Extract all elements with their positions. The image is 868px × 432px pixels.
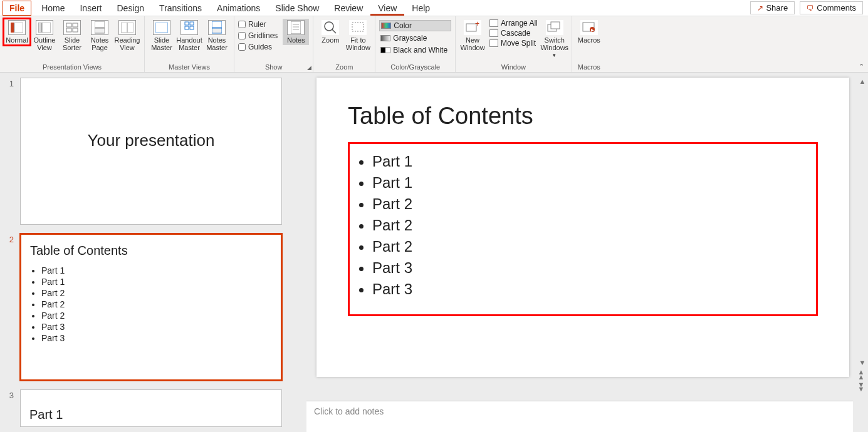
show-dialog-launcher[interactable]: ◢ bbox=[307, 64, 311, 71]
slide-thumbnail-3[interactable]: Part 1 bbox=[20, 389, 282, 427]
svg-rect-8 bbox=[95, 21, 105, 28]
list-item[interactable]: Part 2 bbox=[372, 217, 807, 234]
new-window-button[interactable]: +New Window bbox=[459, 19, 486, 53]
zoom-button[interactable]: Zoom bbox=[317, 19, 343, 45]
notes-master-icon bbox=[208, 20, 226, 35]
current-slide[interactable]: Table of Contents Part 1 Part 1 Part 2 P… bbox=[316, 78, 849, 377]
arrange-icon bbox=[489, 19, 498, 27]
slide-thumbnail-1[interactable]: Your presentation bbox=[20, 78, 282, 225]
next-slide-button[interactable]: ▼▼ bbox=[858, 383, 867, 392]
fit-to-window-button[interactable]: Fit to Window bbox=[345, 19, 371, 53]
list-item[interactable]: Part 1 bbox=[372, 153, 807, 170]
normal-icon bbox=[8, 20, 26, 35]
group-label: Color/Grayscale bbox=[375, 63, 455, 71]
reading-icon bbox=[118, 20, 136, 35]
tab-help[interactable]: Help bbox=[404, 1, 437, 16]
tab-design[interactable]: Design bbox=[110, 1, 152, 16]
fit-icon bbox=[349, 20, 367, 35]
svg-rect-0 bbox=[11, 23, 14, 33]
list-item: Part 2 bbox=[41, 311, 272, 321]
tab-slideshow[interactable]: Slide Show bbox=[268, 1, 327, 16]
grayscale-swatch-icon bbox=[380, 35, 390, 41]
content-placeholder[interactable]: Part 1 Part 1 Part 2 Part 2 Part 2 Part … bbox=[348, 142, 818, 316]
guides-checkbox[interactable]: Guides bbox=[238, 43, 278, 51]
notes-page-button[interactable]: Notes Page bbox=[86, 19, 113, 53]
list-item[interactable]: Part 3 bbox=[372, 259, 807, 277]
group-label: Master Views bbox=[145, 63, 234, 71]
slide-master-button[interactable]: Slide Master bbox=[149, 19, 175, 53]
chevron-down-icon: ▾ bbox=[553, 53, 556, 59]
tab-view[interactable]: View bbox=[370, 1, 404, 16]
svg-rect-2 bbox=[38, 23, 41, 33]
comments-button[interactable]: 🗨Comments bbox=[800, 1, 863, 14]
tab-file[interactable]: File bbox=[3, 1, 31, 16]
svg-rect-25 bbox=[352, 23, 363, 31]
slide-thumbnails-panel[interactable]: 1 Your presentation 2 Table of Contents … bbox=[0, 73, 298, 432]
bw-swatch-icon bbox=[380, 47, 390, 53]
list-item[interactable]: Part 2 bbox=[372, 238, 807, 255]
main-area: 1 Your presentation 2 Table of Contents … bbox=[0, 73, 868, 432]
bullets-list: Part 1 Part 1 Part 2 Part 2 Part 2 Part … bbox=[358, 153, 807, 298]
list-item: Part 1 bbox=[41, 265, 272, 275]
ribbon: Normal Outline View Slide Sorter Notes P… bbox=[0, 16, 868, 73]
switch-windows-icon bbox=[546, 20, 563, 35]
gridlines-checkbox[interactable]: Gridlines bbox=[238, 31, 278, 40]
svg-rect-17 bbox=[212, 21, 222, 28]
slide2-bullets: Part 1 Part 1 Part 2 Part 2 Part 2 Part … bbox=[30, 265, 272, 343]
move-split-button[interactable]: Move Split bbox=[487, 39, 540, 48]
list-item[interactable]: Part 3 bbox=[372, 280, 807, 298]
svg-rect-4 bbox=[66, 23, 71, 27]
black-white-button[interactable]: Black and White bbox=[379, 45, 451, 55]
group-macros: ▶Macros Macros bbox=[572, 16, 606, 72]
grayscale-button[interactable]: Grayscale bbox=[379, 33, 451, 43]
notes-master-button[interactable]: Notes Master bbox=[204, 19, 230, 53]
move-split-icon bbox=[489, 39, 498, 47]
slide-canvas[interactable]: Table of Contents Part 1 Part 1 Part 2 P… bbox=[298, 73, 868, 396]
slide-scrollbar[interactable]: ▲ ▼ ▲▲ ▼▼ bbox=[857, 76, 868, 392]
svg-rect-5 bbox=[73, 23, 78, 27]
slide-title[interactable]: Table of Contents bbox=[348, 103, 818, 130]
ribbon-tabs: File Home Insert Design Transitions Anim… bbox=[0, 0, 868, 16]
color-button[interactable]: Color bbox=[379, 20, 451, 31]
group-presentation-views: Normal Outline View Slide Sorter Notes P… bbox=[0, 16, 145, 72]
svg-text:+: + bbox=[475, 21, 479, 28]
prev-slide-button[interactable]: ▲▲ bbox=[858, 370, 867, 379]
group-label: Zoom bbox=[313, 63, 375, 71]
group-zoom: Zoom Fit to Window Zoom bbox=[313, 16, 375, 72]
notes-icon bbox=[287, 20, 305, 35]
slide-thumbnail-2[interactable]: Table of Contents Part 1 Part 1 Part 2 P… bbox=[20, 234, 282, 381]
list-item[interactable]: Part 2 bbox=[372, 195, 807, 213]
switch-windows-button[interactable]: Switch Windows▾ bbox=[541, 19, 568, 60]
svg-rect-14 bbox=[190, 22, 194, 25]
sorter-icon bbox=[63, 20, 81, 35]
slide-editor-area: Table of Contents Part 1 Part 1 Part 2 P… bbox=[298, 73, 868, 432]
list-item[interactable]: Part 1 bbox=[372, 174, 807, 192]
comment-icon: 🗨 bbox=[807, 4, 814, 13]
collapse-ribbon-button[interactable]: ⌃ bbox=[859, 63, 864, 71]
cascade-button[interactable]: Cascade bbox=[487, 29, 540, 38]
macros-button[interactable]: ▶Macros bbox=[576, 19, 602, 45]
svg-text:▶: ▶ bbox=[590, 28, 593, 32]
scroll-down-icon[interactable]: ▼ bbox=[858, 357, 867, 368]
tab-review[interactable]: Review bbox=[327, 1, 370, 16]
ruler-checkbox[interactable]: Ruler bbox=[238, 20, 278, 29]
notes-button[interactable]: Notes bbox=[283, 19, 309, 45]
thumb-number: 2 bbox=[5, 234, 14, 381]
slide-sorter-button[interactable]: Slide Sorter bbox=[59, 19, 85, 53]
arrange-all-button[interactable]: Arrange All bbox=[487, 19, 540, 28]
reading-view-button[interactable]: Reading View bbox=[114, 19, 140, 53]
slide2-title: Table of Contents bbox=[30, 244, 272, 258]
tab-insert[interactable]: Insert bbox=[72, 1, 109, 16]
svg-rect-13 bbox=[185, 22, 189, 25]
scroll-up-icon[interactable]: ▲ bbox=[858, 76, 867, 86]
share-button[interactable]: ↗Share bbox=[750, 1, 795, 14]
normal-view-button[interactable]: Normal bbox=[4, 19, 30, 45]
notes-pane[interactable]: Click to add notes bbox=[306, 401, 853, 432]
outline-view-button[interactable]: Outline View bbox=[31, 19, 58, 53]
svg-rect-15 bbox=[185, 26, 189, 29]
tab-animations[interactable]: Animations bbox=[209, 1, 268, 16]
tab-home[interactable]: Home bbox=[34, 1, 72, 16]
handout-master-button[interactable]: Handout Master bbox=[176, 19, 202, 53]
list-item: Part 2 bbox=[41, 288, 272, 298]
tab-transitions[interactable]: Transitions bbox=[152, 1, 209, 16]
